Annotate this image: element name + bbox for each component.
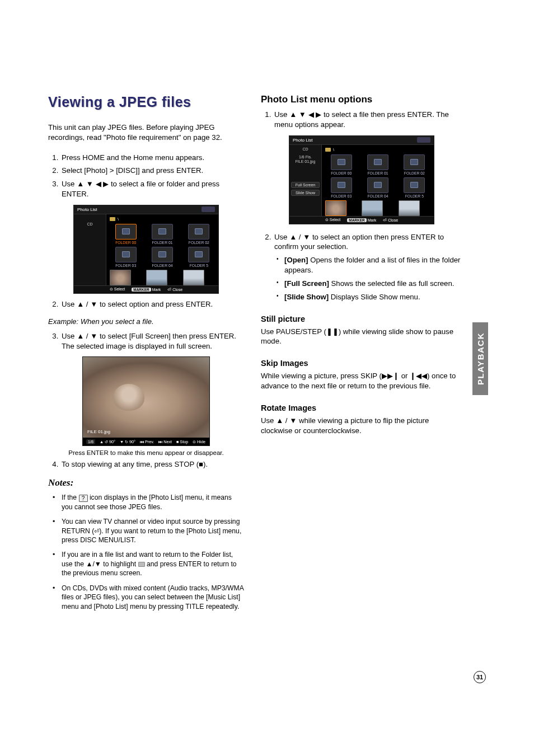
cat-bar-item: ⏮ Prev. [140, 439, 154, 444]
arrow-ud-slash-icon: ▲ / ▼ [77, 332, 97, 340]
cat-bar-item: ▲ ↺ 90° [100, 439, 115, 444]
menu-step-1: Use ▲ ▼ ◀ ▶ to select a file then press … [273, 110, 462, 130]
cat-bar-item: ■ Stop [176, 439, 188, 444]
pl-cell: FOLDER 01 [362, 154, 394, 175]
note-2: You can view TV channel or video input s… [60, 517, 244, 544]
options-list: [Open] Opens the folder and a list of fi… [261, 255, 462, 302]
pl-side-info: 1/8 Fis.FILE 01.jpg [291, 155, 320, 164]
note-1: If the ? icon displays in the [Photo Lis… [60, 493, 244, 511]
step3-part-a: Use [62, 180, 77, 188]
cat-control-bar: 1/8 ▲ ↺ 90° ▼ ↻ 90° ⏮ Prev. ⏭ Next ■ Sto… [83, 438, 209, 445]
pl-cell [362, 200, 394, 216]
pl-footer: ⊙ Select MARKER Mark ⏎ Close [289, 216, 434, 224]
still-picture-heading: Still picture [261, 314, 462, 323]
pl-cell: FOLDER 00 [110, 224, 142, 245]
folder-thumb-icon [367, 154, 388, 170]
pl-slide-show-button: Slide Show [291, 190, 320, 196]
pl-folder-label: FOLDER 5 [399, 194, 430, 198]
pl-folder-label: FOLDER 02 [399, 171, 430, 175]
step-3-2: Use ▲ / ▼ to select [Full Screen] then p… [60, 331, 244, 351]
pl-body: CD \ FOLDER 00 FOLDER 01 FOLDER 02 FOLDE… [74, 214, 218, 285]
pl-folder-label: FOLDER 02 [183, 241, 215, 245]
pl-footer: ⊙ Select MARKER Mark ⏎ Close [74, 285, 218, 293]
pl-titlebar: Photo List [74, 205, 218, 214]
photo-list-screenshot-2: Photo List CD 1/8 Fis.FILE 01.jpg Full S… [289, 135, 434, 224]
notes-list: If the ? icon displays in the [Photo Lis… [48, 493, 244, 611]
pl-cell: FOLDER 04 [146, 247, 178, 267]
pl-footer-close: ⏎ Close [383, 218, 398, 223]
folder-thumb-icon [404, 177, 425, 193]
pl-folder-label: FOLDER 04 [146, 264, 178, 267]
step-3: Use ▲ ▼ ◀ ▶ to select a file or folder a… [60, 179, 244, 199]
ms2a: Use [274, 233, 289, 241]
skip-images-heading: Skip Images [261, 359, 462, 368]
enter-caption: Press ENTER to make this menu appear or … [48, 449, 244, 456]
right-column: Photo List menu options Use ▲ ▼ ◀ ▶ to s… [261, 94, 462, 617]
opt-open: [Open] Opens the folder and a list of fi… [284, 255, 462, 275]
s32c: The selected image is displayed in full … [62, 341, 244, 351]
opt1-label: [Open] [284, 256, 308, 264]
arrow-udlr-icon: ▲ ▼ ◀ ▶ [77, 180, 109, 188]
folder-up-icon [110, 217, 115, 221]
folder-thumb-icon [331, 154, 352, 170]
pl-cell: FOLDER 01 [146, 224, 178, 245]
image-thumb [362, 200, 383, 216]
step-1: Press HOME and the Home menu appears. [60, 153, 244, 163]
folder-thumb-icon [188, 224, 209, 240]
question-icon: ? [79, 495, 88, 502]
pl-title: Photo List [77, 207, 97, 212]
folder-thumb-icon [152, 247, 173, 262]
pl-cell [146, 270, 178, 285]
n3b: to highlight [101, 560, 138, 568]
rotate-images-heading: Rotate Images [261, 403, 462, 412]
pl-sidebar: CD 1/8 Fis.FILE 01.jpg Full Screen Slide… [289, 145, 322, 216]
steps-list-1: Press HOME and the Home menu appears. Se… [48, 153, 244, 199]
image-thumb [110, 270, 131, 285]
skip-b: or [399, 372, 410, 380]
n1a: If the [62, 494, 79, 501]
opt1-desc: Opens the folder and a list of files in … [284, 256, 460, 274]
menu-options-heading: Photo List menu options [261, 94, 462, 105]
pl-cell: FOLDER 02 [183, 224, 215, 245]
pl-side-cd: CD [76, 222, 104, 227]
folder-thumb-icon [115, 224, 137, 240]
opt2-desc: Shows the selected file as full screen. [329, 279, 455, 288]
pl-cell: FOLDER 04 [362, 177, 394, 198]
arrow-ud-slash-icon: ▲ / ▼ [289, 233, 310, 241]
rot-a: Use [261, 416, 276, 425]
image-thumb-selected [325, 200, 346, 216]
image-thumb [399, 200, 420, 216]
page-title: Viewing a JPEG files [48, 94, 244, 110]
opt3-label: [Slide Show] [284, 293, 329, 301]
cat-file-label: FILE 01.jpg [87, 429, 110, 434]
pl-grid: FOLDER 00 FOLDER 01 FOLDER 02 FOLDER 03 … [110, 224, 215, 285]
pl-crumb: \ [110, 217, 215, 222]
folder-thumb-icon [115, 247, 137, 262]
page-number: 31 [474, 671, 486, 683]
pl-title: Photo List [293, 138, 313, 143]
pl-folder-label: FOLDER 03 [325, 194, 357, 198]
playback-side-tab: PLAYBACK [472, 322, 488, 395]
rotate-text: Use ▲ / ▼ while viewing a picture to fli… [261, 416, 462, 436]
pl-titlebar: Photo List [289, 136, 434, 145]
notes-heading: Notes: [48, 477, 244, 489]
cat-count: 1/8 [86, 439, 95, 444]
pl-folder-label: FOLDER 00 [110, 241, 142, 245]
steps-list-4: To stop viewing at any time, press STOP … [48, 459, 244, 469]
folder-thumb-icon [367, 177, 388, 193]
opt-fullscreen: [Full Screen] Shows the selected file as… [284, 279, 462, 289]
s32a: Use [62, 332, 77, 340]
left-column: Viewing a JPEG files This unit can play … [48, 94, 244, 617]
pl-main: \ FOLDER 00 FOLDER 01 FOLDER 02 FOLDER 0… [106, 214, 218, 285]
still-text: Use PAUSE/STEP (❚❚) while viewing slide … [261, 327, 462, 347]
pl-footer-mark: MARKER Mark [347, 218, 376, 222]
s32b: to select [Full Screen] then press ENTER… [97, 332, 236, 340]
skip-prev-icon: ❙◀◀ [410, 372, 427, 380]
pl-sidebar: CD [74, 214, 106, 285]
step-2b: Use ▲ / ▼ to select option and press ENT… [60, 299, 244, 309]
folder-thumb-icon [404, 154, 425, 170]
pl-cell: FOLDER 03 [325, 177, 357, 198]
pl-body: CD 1/8 Fis.FILE 01.jpg Full Screen Slide… [289, 145, 434, 216]
arrow-ud-slash-icon: ▲ / ▼ [77, 300, 97, 308]
photo-list-screenshot-1: Photo List CD \ FOLDER 00 FOLDER 01 FOLD… [73, 205, 219, 294]
